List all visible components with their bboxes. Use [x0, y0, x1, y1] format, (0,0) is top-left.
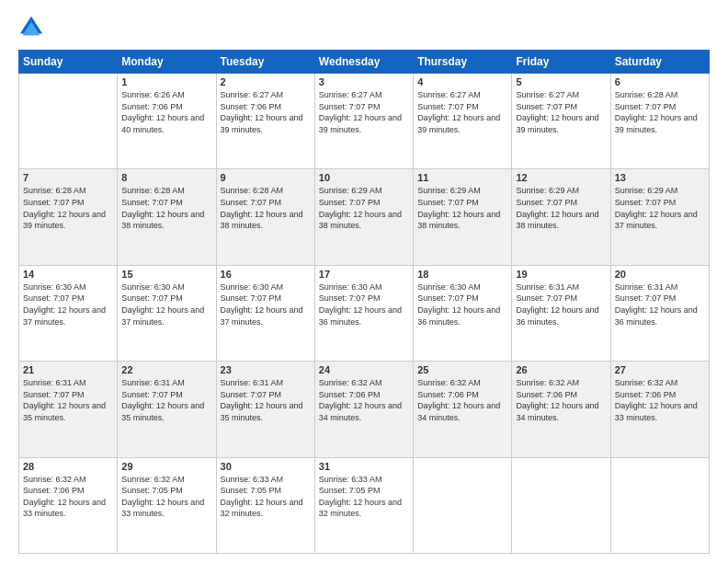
- calendar-cell: 15Sunrise: 6:30 AMSunset: 7:07 PMDayligh…: [118, 265, 216, 361]
- calendar-cell: 7Sunrise: 6:28 AMSunset: 7:07 PMDaylight…: [19, 169, 118, 265]
- week-row-2: 7Sunrise: 6:28 AMSunset: 7:07 PMDaylight…: [19, 169, 710, 265]
- calendar-cell: [610, 457, 709, 553]
- day-number: 17: [319, 269, 409, 280]
- day-info: Sunrise: 6:33 AMSunset: 7:05 PMDaylight:…: [221, 474, 311, 520]
- day-number: 3: [319, 76, 409, 87]
- day-info: Sunrise: 6:28 AMSunset: 7:07 PMDaylight:…: [23, 185, 113, 231]
- calendar: SundayMondayTuesdayWednesdayThursdayFrid…: [18, 50, 710, 554]
- calendar-cell: 4Sunrise: 6:27 AMSunset: 7:07 PMDaylight…: [414, 74, 512, 169]
- calendar-cell: 2Sunrise: 6:27 AMSunset: 7:06 PMDaylight…: [216, 74, 314, 169]
- day-number: 15: [121, 269, 211, 280]
- calendar-cell: 20Sunrise: 6:31 AMSunset: 7:07 PMDayligh…: [610, 265, 709, 361]
- day-number: 31: [319, 461, 409, 472]
- day-number: 18: [417, 269, 507, 280]
- calendar-cell: 8Sunrise: 6:28 AMSunset: 7:07 PMDaylight…: [118, 169, 216, 265]
- calendar-cell: 29Sunrise: 6:32 AMSunset: 7:05 PMDayligh…: [118, 457, 216, 553]
- day-info: Sunrise: 6:30 AMSunset: 7:07 PMDaylight:…: [417, 282, 507, 327]
- page: SundayMondayTuesdayWednesdayThursdayFrid…: [0, 0, 728, 563]
- weekday-header-row: SundayMondayTuesdayWednesdayThursdayFrid…: [19, 51, 710, 74]
- day-info: Sunrise: 6:31 AMSunset: 7:07 PMDaylight:…: [23, 377, 113, 423]
- day-info: Sunrise: 6:32 AMSunset: 7:06 PMDaylight:…: [615, 377, 705, 423]
- weekday-header-friday: Friday: [512, 51, 610, 74]
- day-info: Sunrise: 6:30 AMSunset: 7:07 PMDaylight:…: [221, 282, 311, 327]
- day-number: 2: [221, 76, 311, 87]
- day-info: Sunrise: 6:27 AMSunset: 7:07 PMDaylight:…: [417, 89, 507, 135]
- day-number: 22: [121, 364, 211, 375]
- day-info: Sunrise: 6:32 AMSunset: 7:06 PMDaylight:…: [319, 377, 409, 423]
- day-number: 29: [121, 461, 211, 472]
- week-row-5: 28Sunrise: 6:32 AMSunset: 7:06 PMDayligh…: [19, 457, 710, 553]
- day-info: Sunrise: 6:32 AMSunset: 7:06 PMDaylight:…: [516, 377, 606, 423]
- day-number: 16: [221, 269, 311, 280]
- header: [18, 15, 710, 40]
- day-number: 27: [615, 364, 705, 375]
- day-info: Sunrise: 6:30 AMSunset: 7:07 PMDaylight:…: [319, 282, 409, 327]
- day-info: Sunrise: 6:30 AMSunset: 7:07 PMDaylight:…: [23, 282, 113, 327]
- day-number: 8: [121, 172, 211, 183]
- day-number: 30: [221, 461, 311, 472]
- day-number: 6: [615, 76, 705, 87]
- day-info: Sunrise: 6:32 AMSunset: 7:06 PMDaylight:…: [23, 474, 113, 520]
- day-info: Sunrise: 6:30 AMSunset: 7:07 PMDaylight:…: [121, 282, 211, 327]
- calendar-cell: 3Sunrise: 6:27 AMSunset: 7:07 PMDaylight…: [314, 74, 413, 169]
- day-info: Sunrise: 6:27 AMSunset: 7:07 PMDaylight:…: [516, 89, 606, 135]
- day-info: Sunrise: 6:31 AMSunset: 7:07 PMDaylight:…: [516, 282, 606, 327]
- calendar-cell: 25Sunrise: 6:32 AMSunset: 7:06 PMDayligh…: [414, 362, 512, 457]
- day-info: Sunrise: 6:28 AMSunset: 7:07 PMDaylight:…: [615, 89, 705, 135]
- logo-icon: [18, 15, 44, 40]
- day-info: Sunrise: 6:33 AMSunset: 7:05 PMDaylight:…: [319, 474, 409, 520]
- calendar-cell: 22Sunrise: 6:31 AMSunset: 7:07 PMDayligh…: [118, 362, 216, 457]
- week-row-4: 21Sunrise: 6:31 AMSunset: 7:07 PMDayligh…: [19, 362, 710, 457]
- day-info: Sunrise: 6:32 AMSunset: 7:06 PMDaylight:…: [417, 377, 507, 423]
- calendar-cell: 13Sunrise: 6:29 AMSunset: 7:07 PMDayligh…: [610, 169, 709, 265]
- weekday-header-sunday: Sunday: [19, 51, 118, 74]
- weekday-header-monday: Monday: [118, 51, 216, 74]
- weekday-header-thursday: Thursday: [414, 51, 512, 74]
- calendar-cell: 24Sunrise: 6:32 AMSunset: 7:06 PMDayligh…: [314, 362, 413, 457]
- weekday-header-saturday: Saturday: [610, 51, 709, 74]
- calendar-cell: [512, 457, 610, 553]
- day-info: Sunrise: 6:27 AMSunset: 7:06 PMDaylight:…: [221, 89, 311, 135]
- calendar-cell: 6Sunrise: 6:28 AMSunset: 7:07 PMDaylight…: [610, 74, 709, 169]
- day-info: Sunrise: 6:29 AMSunset: 7:07 PMDaylight:…: [417, 185, 507, 231]
- calendar-cell: [414, 457, 512, 553]
- day-number: 24: [319, 364, 409, 375]
- day-info: Sunrise: 6:31 AMSunset: 7:07 PMDaylight:…: [121, 377, 211, 423]
- day-info: Sunrise: 6:29 AMSunset: 7:07 PMDaylight:…: [319, 185, 409, 231]
- day-number: 12: [516, 172, 606, 183]
- day-info: Sunrise: 6:29 AMSunset: 7:07 PMDaylight:…: [615, 185, 705, 231]
- day-number: 13: [615, 172, 705, 183]
- day-number: 28: [23, 461, 113, 472]
- day-number: 7: [23, 172, 113, 183]
- day-number: 26: [516, 364, 606, 375]
- day-number: 11: [417, 172, 507, 183]
- day-number: 9: [221, 172, 311, 183]
- day-info: Sunrise: 6:28 AMSunset: 7:07 PMDaylight:…: [221, 185, 311, 231]
- day-info: Sunrise: 6:28 AMSunset: 7:07 PMDaylight:…: [121, 185, 211, 231]
- weekday-header-wednesday: Wednesday: [314, 51, 413, 74]
- calendar-cell: 19Sunrise: 6:31 AMSunset: 7:07 PMDayligh…: [512, 265, 610, 361]
- day-info: Sunrise: 6:31 AMSunset: 7:07 PMDaylight:…: [221, 377, 311, 423]
- day-number: 1: [121, 76, 211, 87]
- day-info: Sunrise: 6:26 AMSunset: 7:06 PMDaylight:…: [121, 89, 211, 135]
- day-number: 5: [516, 76, 606, 87]
- calendar-cell: 18Sunrise: 6:30 AMSunset: 7:07 PMDayligh…: [414, 265, 512, 361]
- day-number: 10: [319, 172, 409, 183]
- weekday-header-tuesday: Tuesday: [216, 51, 314, 74]
- calendar-cell: 16Sunrise: 6:30 AMSunset: 7:07 PMDayligh…: [216, 265, 314, 361]
- day-info: Sunrise: 6:32 AMSunset: 7:05 PMDaylight:…: [121, 474, 211, 520]
- day-number: 14: [23, 269, 113, 280]
- day-number: 20: [615, 269, 705, 280]
- calendar-cell: 17Sunrise: 6:30 AMSunset: 7:07 PMDayligh…: [314, 265, 413, 361]
- day-info: Sunrise: 6:27 AMSunset: 7:07 PMDaylight:…: [319, 89, 409, 135]
- calendar-cell: 27Sunrise: 6:32 AMSunset: 7:06 PMDayligh…: [610, 362, 709, 457]
- week-row-1: 1Sunrise: 6:26 AMSunset: 7:06 PMDaylight…: [19, 74, 710, 169]
- calendar-cell: 23Sunrise: 6:31 AMSunset: 7:07 PMDayligh…: [216, 362, 314, 457]
- day-info: Sunrise: 6:29 AMSunset: 7:07 PMDaylight:…: [516, 185, 606, 231]
- calendar-cell: 14Sunrise: 6:30 AMSunset: 7:07 PMDayligh…: [19, 265, 118, 361]
- calendar-cell: 5Sunrise: 6:27 AMSunset: 7:07 PMDaylight…: [512, 74, 610, 169]
- calendar-cell: 21Sunrise: 6:31 AMSunset: 7:07 PMDayligh…: [19, 362, 118, 457]
- week-row-3: 14Sunrise: 6:30 AMSunset: 7:07 PMDayligh…: [19, 265, 710, 361]
- calendar-cell: [19, 74, 118, 169]
- calendar-cell: 26Sunrise: 6:32 AMSunset: 7:06 PMDayligh…: [512, 362, 610, 457]
